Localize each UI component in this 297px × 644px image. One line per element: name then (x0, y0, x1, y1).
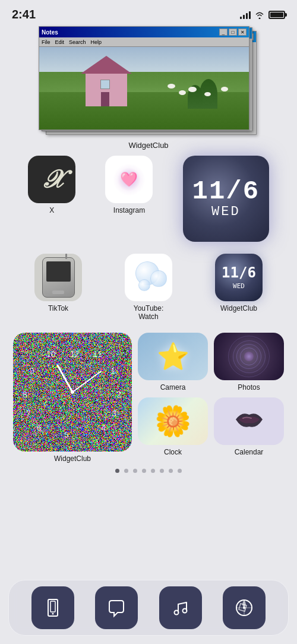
camera-star-icon: ⭐ (157, 341, 189, 372)
app-label-photos: Photos (238, 383, 260, 392)
phone-antenna (65, 254, 67, 259)
dock-messages[interactable] (95, 586, 138, 629)
clock-widget-label: WidgetClub (54, 454, 91, 463)
app-label-clock: Clock (164, 448, 182, 456)
clock-face: 12 1 2 3 4 5 6 7 8 9 10 11 (13, 333, 132, 452)
page-dot-7[interactable] (178, 469, 182, 473)
page-dot-0[interactable] (115, 469, 119, 473)
svg-point-0 (259, 17, 261, 19)
page-dot-5[interactable] (160, 469, 164, 473)
win-title-main: Notes (42, 29, 58, 36)
status-time: 2:41 (12, 8, 36, 21)
app-item-youtube[interactable]: YouTube: Watch (125, 254, 172, 321)
app-label-widgetclub2: WidgetClub (220, 304, 257, 312)
app-label-camera: Camera (160, 383, 186, 392)
phone-keypad (52, 291, 64, 294)
app-item-widgetclub2[interactable]: 11/6 WED WidgetClub (215, 254, 263, 321)
app-row-2: TikTok YouTube: Watch (13, 254, 284, 321)
menu-file[interactable]: File (42, 39, 50, 45)
clock-hands-svg (13, 333, 132, 452)
svg-point-15 (243, 607, 245, 609)
win-menubar: File Edit Search Help (39, 37, 249, 47)
signal-icon (240, 11, 251, 19)
daisy-icon: 🌼 (154, 404, 191, 438)
x-logo: 𝒳 (42, 167, 62, 192)
app-item-instagram[interactable]: 🩷 Instagram (105, 156, 153, 242)
dock (8, 580, 289, 636)
house-body (86, 74, 127, 106)
messages-icon (105, 596, 128, 620)
menu-search[interactable]: Search (69, 39, 86, 45)
wifi-icon (254, 11, 265, 19)
page-dot-3[interactable] (142, 469, 146, 473)
app-icon-tiktok (34, 254, 82, 301)
menu-edit[interactable]: Edit (55, 39, 65, 45)
app-label-instagram: Instagram (113, 206, 145, 214)
app-icon-photos (214, 333, 284, 380)
status-bar: 2:41 (0, 0, 297, 26)
win-maximize-main[interactable]: □ (229, 29, 237, 36)
app-icon-x: 𝒳 (28, 156, 75, 203)
svg-line-1 (58, 365, 72, 392)
win-buttons-main: _ □ ✕ (219, 29, 247, 36)
instagram-heart: 🩷 (111, 162, 147, 197)
date-day: WED (211, 204, 241, 219)
app-item-photos[interactable]: Photos (214, 333, 284, 392)
win-image (39, 47, 249, 130)
svg-point-6 (52, 613, 53, 615)
home-screen: Notes _ □ ✕ Notes _ □ ✕ (0, 26, 297, 473)
window-main: Notes _ □ ✕ File Edit Search Help (39, 26, 249, 130)
app-icon-widgetclub2: 11/6 WED (215, 254, 263, 301)
app-item-camera[interactable]: ⭐ Camera (138, 333, 208, 392)
bubble-2 (150, 270, 167, 287)
ring-center (244, 352, 254, 361)
app-label-calendar: Calendar (235, 448, 264, 456)
wc2-text: 11/6 WED (222, 264, 256, 291)
dock-music[interactable] (159, 586, 202, 629)
app-icon-youtube (125, 254, 172, 301)
phone-icon (41, 596, 65, 620)
clock-widget-container[interactable]: 12 1 2 3 4 5 6 7 8 9 10 11 (13, 333, 132, 463)
app-row-1: 𝒳 X 🩷 Instagram 11/6 WED (13, 156, 284, 242)
page-dot-2[interactable] (133, 469, 137, 473)
youtube-bubbles (129, 258, 168, 297)
menu-help[interactable]: Help (91, 39, 102, 45)
win-minimize-main[interactable]: _ (219, 29, 228, 36)
app-icon-camera: ⭐ (138, 333, 208, 380)
page-dot-1[interactable] (124, 469, 128, 473)
status-icons (240, 11, 285, 19)
clock-widget-icon: 12 1 2 3 4 5 6 7 8 9 10 11 (13, 333, 132, 452)
app-item-calendar[interactable]: Calendar (214, 397, 284, 456)
phone-screen-tiktok (46, 261, 71, 282)
heart-icon: 🩷 (120, 171, 138, 188)
app-icon-clock: 🌼 (138, 397, 208, 445)
win-content (39, 47, 249, 130)
app-item-tiktok[interactable]: TikTok (34, 254, 82, 321)
svg-line-2 (72, 371, 101, 392)
win-close-main[interactable]: ✕ (238, 29, 247, 36)
photos-rings-container (214, 333, 284, 380)
app-item-widgetclub-date[interactable]: 11/6 WED (183, 156, 269, 242)
app-row-3: 12 1 2 3 4 5 6 7 8 9 10 11 (13, 333, 284, 463)
date-widget: 11/6 WED (183, 156, 269, 242)
svg-point-3 (71, 390, 74, 394)
dock-safari[interactable] (223, 586, 266, 629)
app-item-clock[interactable]: 🌼 Clock (138, 397, 208, 456)
widget-banner-label: WidgetClub (128, 141, 168, 150)
windows-widget[interactable]: Notes _ □ ✕ Notes _ □ ✕ (39, 26, 258, 136)
music-icon (169, 596, 192, 620)
dock-phone[interactable] (31, 586, 74, 629)
widget-banner: Notes _ □ ✕ Notes _ □ ✕ (11, 26, 286, 150)
app-icon-instagram: 🩷 (105, 156, 153, 203)
phone-body (42, 257, 75, 298)
app-item-x[interactable]: 𝒳 X (28, 156, 75, 242)
svg-rect-7 (105, 596, 128, 620)
lips-icon (230, 406, 268, 436)
battery-icon (268, 11, 285, 19)
page-dot-4[interactable] (151, 469, 155, 473)
small-apps-grid: ⭐ Camera Photos (138, 333, 284, 456)
bubble-3 (138, 279, 150, 291)
app-label-youtube: YouTube: Watch (125, 304, 172, 321)
safari-icon (232, 596, 256, 620)
page-dot-6[interactable] (169, 469, 173, 473)
